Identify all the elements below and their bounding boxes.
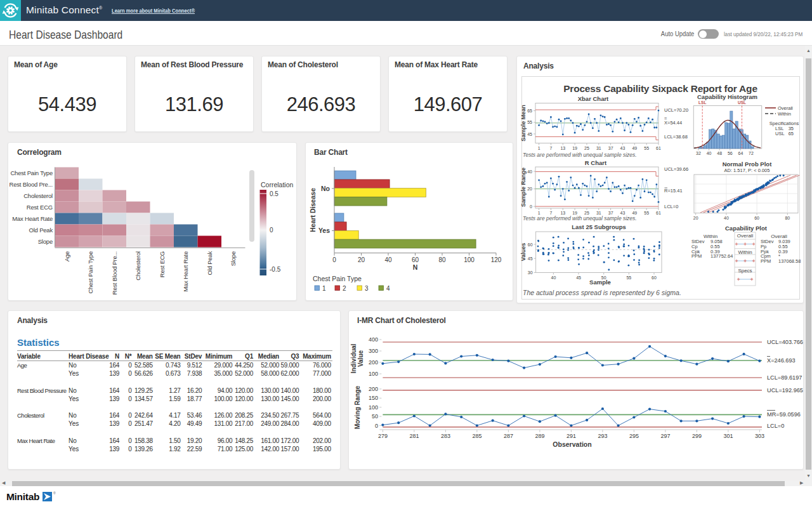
svg-text:Age: Age: [63, 251, 70, 261]
svg-text:UCL=70.20: UCL=70.20: [664, 107, 688, 113]
svg-text:7: 7: [549, 211, 552, 215]
svg-text:Chest Pain Type: Chest Pain Type: [87, 251, 94, 294]
svg-text:129.25: 129.25: [134, 387, 154, 394]
svg-text:Chest Pain Type: Chest Pain Type: [10, 169, 53, 176]
svg-text:Yes: Yes: [69, 420, 79, 427]
svg-text:295: 295: [629, 433, 639, 439]
svg-text:400: 400: [369, 336, 378, 343]
svg-text:43: 43: [620, 211, 625, 215]
svg-text:PPM: PPM: [761, 258, 771, 264]
svg-text:Rest ECG: Rest ECG: [27, 204, 53, 211]
svg-text:The actual process spread is r: The actual process spread is represented…: [523, 289, 681, 296]
svg-text:N: N: [115, 353, 119, 360]
svg-text:31: 31: [596, 146, 601, 150]
svg-text:409.00: 409.00: [313, 420, 332, 427]
svg-text:31: 31: [596, 211, 601, 215]
svg-text:Minitab: Minitab: [6, 491, 39, 502]
svg-text:564.00: 564.00: [313, 412, 332, 419]
svg-text:145.00: 145.00: [281, 395, 300, 402]
svg-text:UCL=192.965: UCL=192.965: [767, 387, 803, 393]
svg-text:40: 40: [551, 275, 556, 280]
svg-text:Tests are performed with unequ: Tests are performed with unequal sample …: [523, 152, 637, 158]
svg-text:49: 49: [632, 211, 637, 215]
svg-text:71.00: 71.00: [218, 446, 233, 453]
svg-text:Overall: Overall: [778, 105, 793, 111]
svg-text:130.00: 130.00: [261, 387, 280, 394]
svg-text:Maximum: Maximum: [303, 353, 331, 360]
svg-text:Cholesterol: Cholesterol: [17, 412, 44, 419]
svg-text:289: 289: [535, 433, 544, 439]
svg-text:50: 50: [372, 413, 378, 420]
svg-text:249.00: 249.00: [261, 420, 280, 427]
svg-text:0: 0: [128, 446, 132, 453]
svg-text:45: 45: [576, 275, 581, 280]
svg-text:UCL=39.66: UCL=39.66: [664, 166, 688, 172]
svg-text:100: 100: [369, 404, 378, 411]
svg-text:Capability Histogram: Capability Histogram: [697, 93, 757, 100]
svg-text:96.00: 96.00: [218, 437, 233, 444]
svg-text:300: 300: [369, 348, 378, 354]
svg-text:Value: Value: [357, 350, 364, 367]
svg-text:Age: Age: [17, 362, 27, 369]
svg-text:Within: Within: [778, 111, 791, 117]
svg-text:Rest Blood Pre...: Rest Blood Pre...: [111, 251, 118, 294]
svg-text:251.47: 251.47: [134, 420, 154, 427]
svg-text:Chest Pain Type: Chest Pain Type: [313, 275, 362, 282]
svg-text:0: 0: [332, 256, 336, 263]
svg-text:161.00: 161.00: [261, 437, 280, 444]
svg-text:Last 25 Subgroups: Last 25 Subgroups: [572, 223, 626, 230]
svg-text:Cholesterol: Cholesterol: [23, 192, 53, 199]
svg-text:30: 30: [528, 270, 533, 275]
svg-text:Heart Disease: Heart Disease: [309, 188, 317, 232]
svg-text:X=54.44: X=54.44: [664, 120, 682, 126]
svg-text:202.00: 202.00: [313, 437, 332, 444]
svg-text:45: 45: [527, 132, 532, 136]
svg-text:Xbar Chart: Xbar Chart: [578, 95, 609, 102]
svg-text:No: No: [321, 185, 330, 192]
svg-text:Sample Mean: Sample Mean: [520, 105, 527, 142]
svg-text:No: No: [69, 362, 77, 369]
svg-text:134.57: 134.57: [134, 395, 154, 402]
svg-text:4.20: 4.20: [169, 420, 181, 427]
svg-text:301: 301: [723, 433, 733, 439]
svg-text:55: 55: [644, 146, 649, 150]
svg-text:LCL=89.6197: LCL=89.6197: [767, 374, 802, 381]
svg-text:52.585: 52.585: [134, 362, 154, 369]
svg-text:3: 3: [365, 285, 369, 292]
svg-text:35.000: 35.000: [214, 370, 233, 377]
svg-text:120: 120: [491, 256, 502, 263]
svg-text:Values: Values: [520, 243, 527, 261]
svg-text:61: 61: [656, 211, 661, 215]
svg-text:40: 40: [527, 169, 532, 174]
svg-text:55: 55: [644, 211, 649, 215]
svg-text:R Chart: R Chart: [585, 159, 607, 166]
svg-text:AD: 1.517, P: < 0.005: AD: 1.517, P: < 0.005: [724, 168, 770, 173]
svg-text:49: 49: [632, 146, 637, 150]
svg-text:1.27: 1.27: [169, 387, 181, 394]
svg-text:180.00: 180.00: [313, 387, 332, 394]
svg-text:279: 279: [378, 433, 388, 439]
svg-text:2: 2: [343, 285, 346, 292]
svg-text:44.250: 44.250: [235, 362, 254, 369]
svg-text:299: 299: [692, 433, 702, 439]
svg-text:200: 200: [369, 359, 378, 366]
svg-text:0: 0: [128, 420, 132, 427]
svg-text:61: 61: [656, 146, 661, 150]
svg-text:53.46: 53.46: [187, 412, 202, 419]
svg-text:293: 293: [598, 433, 607, 439]
svg-text:150: 150: [369, 395, 378, 401]
svg-text:4.17: 4.17: [169, 412, 181, 419]
svg-text:283: 283: [441, 433, 450, 439]
svg-text:Tests are performed with unequ: Tests are performed with unequal sample …: [523, 215, 637, 221]
svg-text:19: 19: [572, 146, 577, 150]
svg-text:USL: USL: [775, 131, 785, 136]
svg-text:164: 164: [109, 387, 120, 394]
svg-text:LSL: LSL: [698, 100, 706, 105]
svg-text:267.75: 267.75: [281, 412, 300, 419]
svg-text:1: 1: [322, 285, 326, 292]
svg-text:37: 37: [608, 211, 613, 215]
svg-text:Sample: Sample: [589, 279, 611, 286]
svg-text:No: No: [69, 437, 77, 444]
svg-text:142.00: 142.00: [261, 446, 280, 453]
svg-text:No: No: [69, 387, 77, 394]
